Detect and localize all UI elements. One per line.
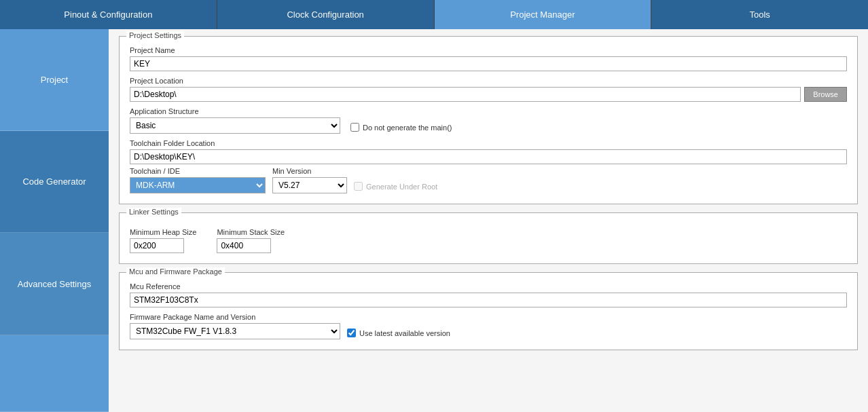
project-location-label: Project Location [130, 77, 847, 85]
project-name-label: Project Name [130, 46, 847, 54]
sidebar-item-advanced-settings[interactable]: Advanced Settings [0, 233, 109, 335]
generate-under-root-checkbox [354, 182, 363, 191]
tab-tools[interactable]: Tools [651, 0, 868, 29]
firmware-row: STM32Cube FW_F1 V1.8.3 Use latest availa… [130, 323, 847, 339]
main-layout: Project Code Generator Advanced Settings… [0, 29, 868, 412]
use-latest-checkbox[interactable] [347, 329, 356, 337]
min-version-select[interactable]: V5.27 V5.30 V5.32 [272, 177, 347, 193]
linker-fields-row: Minimum Heap Size Minimum Stack Size [130, 225, 847, 253]
app-structure-select[interactable]: Basic Advanced [130, 117, 340, 134]
sidebar-item-empty [0, 335, 109, 412]
min-version-label: Min Version [272, 167, 347, 175]
tab-pinout[interactable]: Pinout & Configuration [0, 0, 217, 29]
min-heap-label: Minimum Heap Size [130, 228, 196, 236]
mcu-firmware-section: Mcu and Firmware Package Mcu Reference F… [119, 272, 858, 350]
sidebar: Project Code Generator Advanced Settings [0, 29, 109, 412]
firmware-pkg-select[interactable]: STM32Cube FW_F1 V1.8.3 [130, 323, 340, 339]
project-settings-section: Project Settings Project Name Project Lo… [119, 36, 858, 204]
mcu-firmware-title: Mcu and Firmware Package [126, 267, 225, 276]
sidebar-item-project[interactable]: Project [0, 29, 109, 131]
project-name-input[interactable] [130, 56, 847, 71]
mcu-ref-input[interactable] [130, 293, 847, 307]
min-stack-field: Minimum Stack Size [217, 225, 285, 253]
top-nav: Pinout & Configuration Clock Configurati… [0, 0, 868, 29]
use-latest-label[interactable]: Use latest available version [347, 329, 450, 339]
toolchain-folder-input[interactable] [130, 149, 847, 164]
linker-settings-title: Linker Settings [126, 208, 181, 216]
toolchain-ide-select[interactable]: MDK-ARM STM32CubeIDE Makefile [130, 177, 266, 193]
sidebar-item-code-generator[interactable]: Code Generator [0, 131, 109, 233]
do-not-generate-checkbox-label[interactable]: Do not generate the main() [350, 123, 452, 134]
browse-button[interactable]: Browse [804, 87, 847, 102]
project-location-row: Browse [130, 87, 847, 102]
mcu-ref-label: Mcu Reference [130, 282, 847, 291]
tab-clock[interactable]: Clock Configuration [217, 0, 435, 29]
min-heap-field: Minimum Heap Size [130, 225, 196, 253]
do-not-generate-checkbox[interactable] [350, 123, 359, 132]
min-version-group: Min Version V5.27 V5.30 V5.32 [272, 164, 347, 193]
project-location-input[interactable] [130, 87, 801, 102]
tab-project-manager[interactable]: Project Manager [435, 0, 652, 29]
min-heap-input[interactable] [130, 238, 184, 253]
generate-under-root-label: Generate Under Root [354, 182, 437, 193]
content-area: Project Settings Project Name Project Lo… [109, 29, 868, 412]
toolchain-ide-label: Toolchain / IDE [130, 167, 266, 175]
firmware-pkg-label: Firmware Package Name and Version [130, 313, 847, 321]
toolchain-row: Toolchain / IDE MDK-ARM STM32CubeIDE Mak… [130, 164, 847, 193]
min-stack-label: Minimum Stack Size [217, 228, 285, 236]
toolchain-folder-label: Toolchain Folder Location [130, 139, 847, 147]
project-settings-title: Project Settings [126, 31, 184, 39]
min-stack-input[interactable] [217, 238, 271, 253]
app-structure-row: Basic Advanced Do not generate the main(… [130, 117, 847, 134]
app-structure-label: Application Structure [130, 107, 847, 115]
linker-settings-section: Linker Settings Minimum Heap Size Minimu… [119, 212, 858, 264]
toolchain-ide-group: Toolchain / IDE MDK-ARM STM32CubeIDE Mak… [130, 164, 266, 193]
